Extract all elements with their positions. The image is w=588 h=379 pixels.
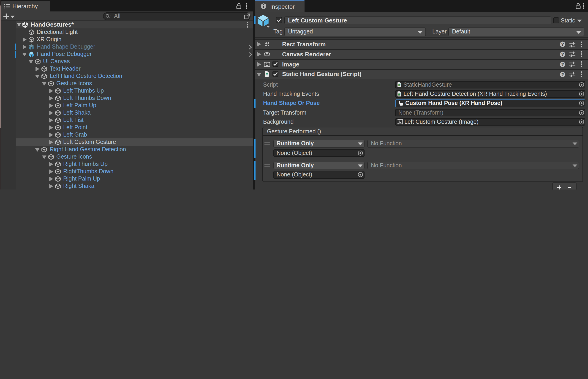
- svg-text:#: #: [398, 92, 400, 96]
- svg-text:#: #: [266, 72, 268, 77]
- svg-text:#: #: [398, 82, 400, 87]
- svg-text:?: ?: [561, 42, 564, 47]
- svg-text:?: ?: [561, 72, 564, 77]
- svg-text:?: ?: [561, 52, 564, 57]
- svg-text:?: ?: [561, 62, 564, 67]
